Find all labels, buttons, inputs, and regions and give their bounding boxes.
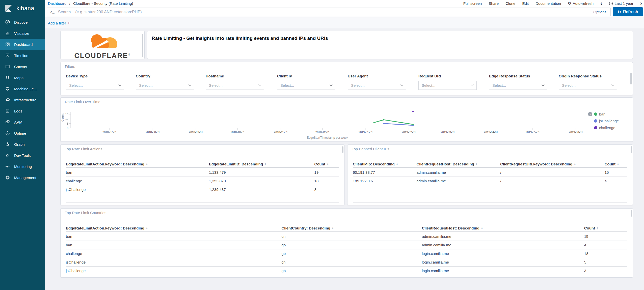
panel-scrollbar[interactable]	[342, 146, 343, 153]
breadcrumb-dashboard-link[interactable]: Dashboard	[48, 1, 66, 6]
sidebar-item-canvas[interactable]: Canvas	[0, 61, 45, 72]
legend-label[interactable]: jsChallenge	[599, 119, 619, 123]
auto-refresh-button[interactable]: ↻ Auto-refresh	[568, 1, 594, 6]
table-row: ban1,133,47919	[66, 168, 339, 177]
chevron-down-icon	[118, 83, 121, 86]
sidebar-item-monitoring[interactable]: Monitoring	[0, 161, 45, 172]
time-range-picker[interactable]: Last 1 year	[609, 1, 633, 6]
sidebar-item-graph[interactable]: Graph	[0, 139, 45, 150]
filter-select-country[interactable]: Select...	[136, 81, 194, 90]
sidebar-item-maps[interactable]: Maps	[0, 72, 45, 83]
legend-item-ban: ›ban	[588, 111, 619, 117]
chevron-down-icon	[258, 83, 261, 86]
legend-expand-icon[interactable]: ›	[588, 112, 592, 116]
dev-tools-icon	[5, 153, 10, 158]
sidebar-item-label: Canvas	[14, 65, 27, 69]
table-cell: gb	[281, 251, 422, 256]
svg-text:2018-09-01: 2018-09-01	[189, 131, 203, 134]
panel-scrollbar[interactable]	[631, 146, 632, 153]
panel-scrollbar[interactable]	[630, 73, 632, 84]
legend-color-dot	[594, 119, 597, 123]
legend-color-dot	[594, 126, 597, 129]
filter-select-hostname[interactable]: Select...	[206, 81, 264, 90]
table-header-row: EdgeRateLimitAction.keyword: Descending▲…	[66, 161, 339, 168]
countries-table: EdgeRateLimitAction.keyword: Descending▲…	[66, 225, 627, 275]
filter-field-device-type: Device TypeSelect...	[66, 74, 124, 90]
sort-icon: ▲▼	[146, 163, 148, 165]
filter-select-user-agent[interactable]: Select...	[348, 81, 406, 90]
svg-text:10: 10	[65, 117, 68, 120]
menu-documentation[interactable]: Documentation	[535, 1, 561, 6]
column-header-edgeratelimitid[interactable]: EdgeRateLimitID: Descending▲▼	[209, 162, 314, 166]
add-filter-link[interactable]: Add a filter +	[48, 17, 70, 28]
sidebar-item-uptime[interactable]: Uptime	[0, 128, 45, 139]
filter-select-device-type[interactable]: Select...	[66, 81, 124, 90]
sidebar-item-visualize[interactable]: Visualize	[0, 28, 45, 39]
sidebar-item-apm[interactable]: APM	[0, 117, 45, 128]
legend-label[interactable]: ban	[599, 112, 605, 116]
table-row: bangbadmin.camilia.me4	[66, 241, 627, 249]
column-header-edgeratelimitaction-keyword[interactable]: EdgeRateLimitAction.keyword: Descending▲…	[66, 162, 209, 166]
sidebar-item-timelion[interactable]: Timelion	[0, 50, 45, 61]
filters-panel: Filters Device TypeSelect...CountrySelec…	[60, 62, 633, 95]
filter-select-edge-response-status[interactable]: Select...	[489, 81, 547, 90]
refresh-icon: ↻	[618, 10, 621, 14]
machine-learning-icon	[5, 86, 10, 92]
table-empty-row	[353, 185, 627, 194]
menu-full-screen[interactable]: Full screen	[463, 1, 482, 6]
chevron-down-icon	[611, 83, 614, 86]
table-row: challenge1,353,87018	[66, 177, 339, 185]
time-back-chevron-icon[interactable]: ‹	[600, 1, 602, 6]
refresh-button[interactable]: ↻ Refresh	[613, 7, 643, 16]
legend-label[interactable]: challenge	[599, 126, 615, 130]
sidebar-item-label: Dashboard	[14, 42, 33, 47]
menu-share[interactable]: Share	[489, 1, 499, 6]
sort-icon: ▲▼	[481, 227, 483, 229]
sidebar-item-logs[interactable]: Logs	[0, 105, 45, 117]
menu-edit[interactable]: Edit	[522, 1, 529, 6]
column-header-count[interactable]: Count▲▼	[605, 162, 627, 166]
select-placeholder: Select...	[139, 83, 153, 88]
options-link[interactable]: Options	[593, 10, 606, 14]
time-forward-chevron-icon[interactable]: ›	[640, 1, 642, 6]
filter-field-request-uri: Request URISelect...	[418, 74, 477, 90]
sidebar-item-management[interactable]: Management	[0, 172, 45, 183]
plus-icon: +	[68, 21, 70, 25]
table-cell: jsChallenge	[66, 187, 209, 192]
svg-text:2019-04-01: 2019-04-01	[484, 131, 498, 134]
search-input-box[interactable]: >_ Options	[47, 8, 611, 16]
column-header-clientcountry[interactable]: ClientCountry: Descending▲▼	[281, 226, 422, 230]
sidebar-item-label: Uptime	[14, 131, 26, 135]
column-header-clientrequesturi-keyword[interactable]: ClientRequestURI.keyword: Descending▲▼	[500, 162, 604, 166]
column-header-edgeratelimitaction-keyword[interactable]: EdgeRateLimitAction.keyword: Descending▲…	[66, 226, 281, 230]
column-header-clientrequesthost[interactable]: ClientRequestHost: Descending▲▼	[416, 162, 500, 166]
top-banned-client-ips-panel: Top Banned Client IPs ClientIP.ip: Desce…	[347, 144, 633, 205]
chevron-down-icon	[330, 83, 332, 86]
filter-select-client-ip[interactable]: Select...	[277, 81, 335, 90]
select-placeholder: Select...	[562, 83, 576, 88]
filter-field-edge-response-status: Edge Response StatusSelect...	[489, 74, 547, 90]
table-cell: login.camilia.me	[422, 260, 584, 264]
sidebar-item-dev-tools[interactable]: Dev Tools	[0, 150, 45, 161]
table-cell: 1,133,479	[209, 170, 314, 175]
panel-scrollbar[interactable]	[142, 34, 143, 57]
sidebar-item-machine-le[interactable]: Machine Le...	[0, 83, 45, 94]
sidebar-item-dashboard[interactable]: Dashboard	[0, 39, 45, 50]
kibana-logo[interactable]: kibana	[0, 0, 45, 17]
column-header-clientip-ip[interactable]: ClientIP.ip: Descending▲▼	[353, 162, 416, 166]
column-header-clientrequesthost[interactable]: ClientRequestHost: Descending▲▼	[422, 226, 584, 230]
svg-text:2018-08-01: 2018-08-01	[146, 131, 160, 134]
sidebar-item-infrastructure[interactable]: Infrastructure	[0, 94, 45, 105]
sort-icon: ▲▼	[264, 163, 266, 165]
chevron-down-icon	[471, 83, 474, 86]
panel-scrollbar[interactable]	[631, 210, 632, 217]
column-header-count[interactable]: Count▲▼	[584, 226, 627, 230]
menu-clone[interactable]: Clone	[505, 1, 515, 6]
sidebar-item-discover[interactable]: Discover	[0, 17, 45, 28]
rate-limit-chart-panel: Rate Limit Over Time 0510152018-07-01201…	[60, 97, 633, 142]
search-input[interactable]	[58, 10, 593, 14]
filter-select-origin-response-status[interactable]: Select...	[559, 81, 617, 90]
filter-select-request-uri[interactable]: Select...	[418, 81, 477, 90]
sort-icon: ▲▼	[597, 227, 599, 229]
column-header-count[interactable]: Count▲▼	[314, 162, 339, 166]
